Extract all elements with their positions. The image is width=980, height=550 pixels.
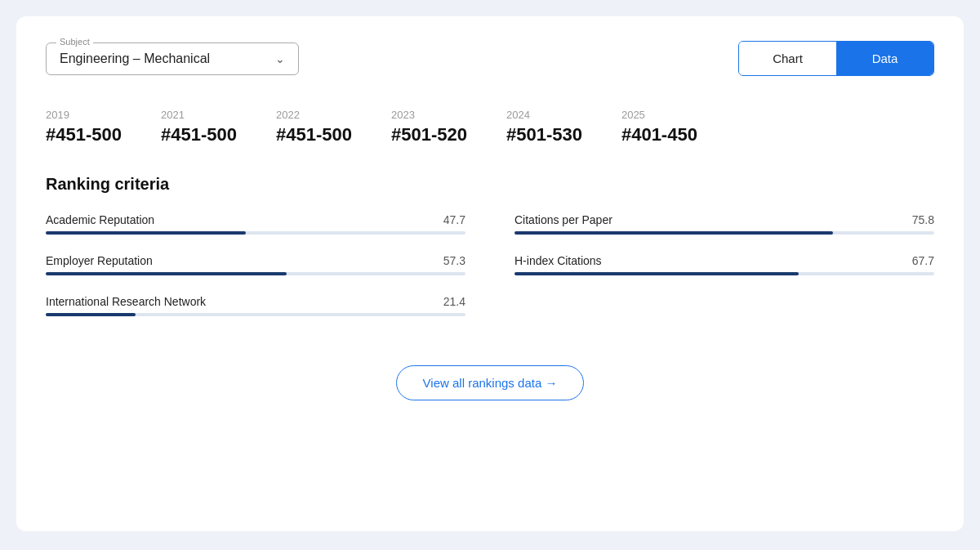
ranking-year: 2021 bbox=[161, 109, 237, 121]
subject-dropdown[interactable]: Subject Engineering – Mechanical ⌄ bbox=[46, 42, 299, 75]
subject-value: Engineering – Mechanical ⌄ bbox=[60, 51, 285, 66]
ranking-year: 2025 bbox=[621, 109, 697, 121]
bar-fill bbox=[514, 231, 833, 235]
criteria-right-col: Citations per Paper 75.8 H-index Citatio… bbox=[514, 213, 934, 336]
criteria-item: H-index Citations 67.7 bbox=[514, 254, 934, 275]
criteria-name: Employer Reputation bbox=[46, 254, 153, 267]
criteria-header: International Research Network 21.4 bbox=[46, 295, 466, 308]
ranking-value: #501-520 bbox=[391, 124, 467, 145]
criteria-header: Citations per Paper 75.8 bbox=[514, 213, 934, 226]
ranking-value: #451-500 bbox=[46, 124, 122, 145]
bar-track bbox=[514, 231, 934, 235]
criteria-name: International Research Network bbox=[46, 295, 206, 308]
criteria-left-col: Academic Reputation 47.7 Employer Reputa… bbox=[46, 213, 466, 336]
bar-track bbox=[46, 231, 466, 235]
criteria-name: Citations per Paper bbox=[514, 213, 612, 226]
ranking-value: #401-450 bbox=[621, 124, 697, 145]
ranking-item: 2022 #451-500 bbox=[276, 109, 352, 145]
criteria-name: H-index Citations bbox=[514, 254, 602, 267]
ranking-item: 2024 #501-530 bbox=[506, 109, 582, 145]
ranking-year: 2024 bbox=[506, 109, 582, 121]
chevron-down-icon: ⌄ bbox=[275, 52, 285, 65]
ranking-item: 2025 #401-450 bbox=[621, 109, 697, 145]
data-tab[interactable]: Data bbox=[836, 42, 933, 75]
ranking-item: 2023 #501-520 bbox=[391, 109, 467, 145]
top-bar: Subject Engineering – Mechanical ⌄ Chart… bbox=[46, 41, 934, 76]
bar-fill bbox=[46, 272, 287, 275]
criteria-header: Employer Reputation 57.3 bbox=[46, 254, 466, 267]
criteria-score: 67.7 bbox=[912, 254, 934, 267]
ranking-criteria-title: Ranking criteria bbox=[46, 175, 934, 194]
criteria-grid: Academic Reputation 47.7 Employer Reputa… bbox=[46, 213, 934, 336]
bar-track bbox=[514, 272, 934, 275]
criteria-item: International Research Network 21.4 bbox=[46, 295, 466, 316]
criteria-score: 75.8 bbox=[912, 213, 934, 226]
criteria-header: H-index Citations 67.7 bbox=[514, 254, 934, 267]
main-card: Subject Engineering – Mechanical ⌄ Chart… bbox=[16, 16, 964, 531]
ranking-year: 2022 bbox=[276, 109, 352, 121]
ranking-year: 2023 bbox=[391, 109, 467, 121]
subject-label: Subject bbox=[56, 37, 93, 47]
criteria-item: Citations per Paper 75.8 bbox=[514, 213, 934, 235]
bar-track bbox=[46, 272, 466, 275]
ranking-value: #451-500 bbox=[276, 124, 352, 145]
criteria-score: 47.7 bbox=[443, 213, 466, 226]
ranking-item: 2021 #451-500 bbox=[161, 109, 237, 145]
criteria-score: 21.4 bbox=[443, 295, 466, 308]
bar-fill bbox=[46, 231, 246, 235]
tab-group: Chart Data bbox=[738, 41, 934, 76]
view-all-container: View all rankings data → bbox=[46, 365, 934, 400]
criteria-item: Academic Reputation 47.7 bbox=[46, 213, 466, 235]
criteria-item: Employer Reputation 57.3 bbox=[46, 254, 466, 275]
criteria-header: Academic Reputation 47.7 bbox=[46, 213, 466, 226]
chart-tab[interactable]: Chart bbox=[739, 42, 836, 75]
criteria-name: Academic Reputation bbox=[46, 213, 154, 226]
rankings-row: 2019 #451-500 2021 #451-500 2022 #451-50… bbox=[46, 109, 934, 145]
view-all-button[interactable]: View all rankings data → bbox=[396, 365, 585, 400]
criteria-score: 57.3 bbox=[443, 254, 466, 267]
subject-text: Engineering – Mechanical bbox=[60, 51, 210, 66]
ranking-value: #451-500 bbox=[161, 124, 237, 145]
ranking-item: 2019 #451-500 bbox=[46, 109, 122, 145]
ranking-value: #501-530 bbox=[506, 124, 582, 145]
bar-fill bbox=[514, 272, 799, 275]
bar-fill bbox=[46, 313, 136, 316]
bar-track bbox=[46, 313, 466, 316]
ranking-year: 2019 bbox=[46, 109, 122, 121]
